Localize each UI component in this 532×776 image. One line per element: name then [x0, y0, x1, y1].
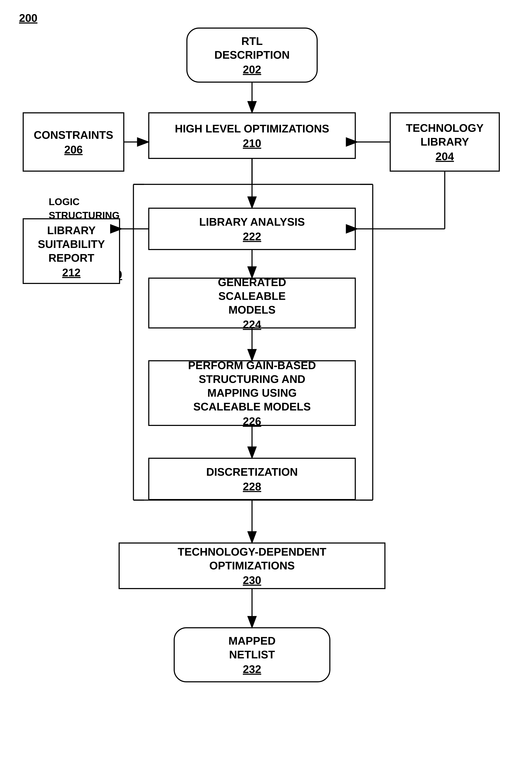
library-analysis-box: LIBRARY ANALYSIS 222 — [148, 208, 356, 250]
library-suitability-label: LIBRARYSUITABILITYREPORT — [38, 224, 105, 265]
library-analysis-number: 222 — [243, 230, 261, 243]
generated-scaleable-box: GENERATEDSCALEABLEMODELS 224 — [148, 277, 356, 329]
perform-gain-label: PERFORM GAIN-BASEDSTRUCTURING ANDMAPPING… — [188, 359, 316, 414]
diagram-container: 200 RTLDESCRIPTION 202 HIGH LEVEL OPTIMI… — [0, 0, 532, 776]
rtl-description-number: 202 — [243, 63, 261, 76]
mapped-netlist-label: MAPPEDNETLIST — [229, 634, 276, 661]
discretization-box: DISCRETIZATION 228 — [148, 458, 356, 500]
technology-library-number: 204 — [436, 150, 454, 163]
mapped-netlist-number: 232 — [243, 663, 261, 675]
perform-gain-box: PERFORM GAIN-BASEDSTRUCTURING ANDMAPPING… — [148, 360, 356, 426]
tech-dependent-box: TECHNOLOGY-DEPENDENTOPTIMIZATIONS 230 — [118, 543, 385, 589]
figure-label: 200 — [19, 12, 37, 24]
mapped-netlist-box: MAPPEDNETLIST 232 — [174, 627, 330, 682]
discretization-label: DISCRETIZATION — [206, 465, 298, 479]
constraints-box: CONSTRAINTS 206 — [23, 112, 124, 172]
generated-scaleable-label: GENERATEDSCALEABLEMODELS — [218, 275, 286, 317]
discretization-number: 228 — [243, 480, 261, 493]
technology-library-label: TECHNOLOGYLIBRARY — [406, 121, 484, 149]
technology-library-box: TECHNOLOGYLIBRARY 204 — [390, 112, 500, 172]
rtl-description-box: RTLDESCRIPTION 202 — [186, 28, 318, 83]
library-suitability-number: 212 — [62, 266, 81, 279]
tech-dependent-number: 230 — [243, 574, 261, 587]
generated-scaleable-number: 224 — [243, 318, 261, 331]
high-level-opt-box: HIGH LEVEL OPTIMIZATIONS 210 — [148, 112, 356, 159]
constraints-label: CONSTRAINTS — [34, 128, 113, 142]
tech-dependent-label: TECHNOLOGY-DEPENDENTOPTIMIZATIONS — [178, 545, 326, 573]
high-level-opt-label: HIGH LEVEL OPTIMIZATIONS — [175, 122, 329, 136]
rtl-description-label: RTLDESCRIPTION — [214, 34, 289, 62]
constraints-number: 206 — [64, 143, 83, 156]
perform-gain-number: 226 — [243, 415, 261, 428]
library-suitability-box: LIBRARYSUITABILITYREPORT 212 — [23, 218, 120, 284]
library-analysis-label: LIBRARY ANALYSIS — [199, 215, 305, 229]
high-level-opt-number: 210 — [243, 137, 261, 150]
